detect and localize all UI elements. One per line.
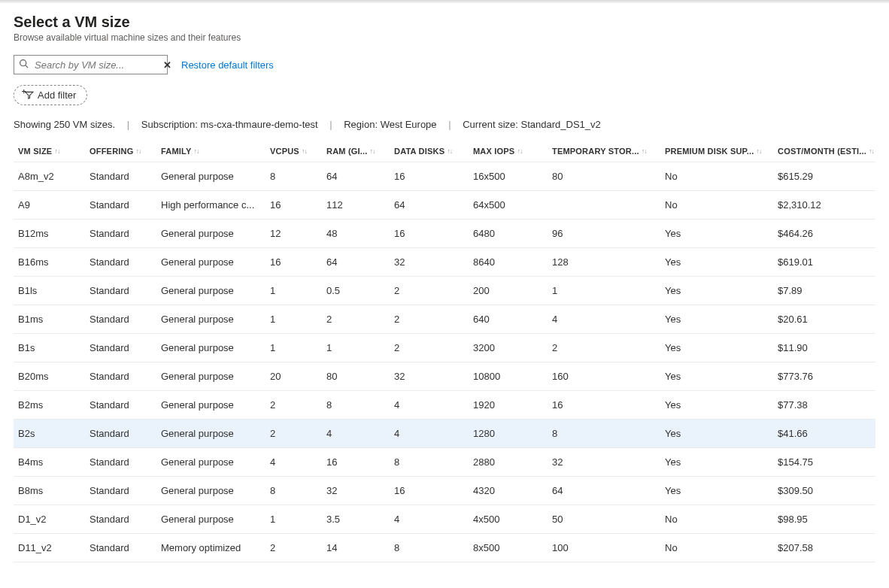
cell-vm_size: A9	[18, 199, 90, 211]
table-row[interactable]: B16msStandardGeneral purpose166432864012…	[14, 248, 875, 277]
table-row[interactable]: D1_v2StandardGeneral purpose13.544x50050…	[14, 505, 875, 534]
column-header-label: TEMPORARY STOR...	[552, 147, 639, 156]
cell-family: General purpose	[161, 428, 270, 439]
cell-family: General purpose	[161, 228, 270, 239]
column-header-label: RAM (GI...	[326, 147, 368, 156]
cell-data_disks: 64	[394, 199, 473, 211]
cell-cost: $2,310.12	[778, 199, 879, 211]
cell-max_iops: 16x500	[473, 171, 552, 182]
vm-size-table: VM SIZE↑↓OFFERING↑↓FAMILY↑↓VCPUS↑↓RAM (G…	[14, 141, 875, 562]
cell-family: General purpose	[161, 399, 270, 411]
cell-family: General purpose	[161, 514, 270, 525]
column-header[interactable]: OFFERING↑↓	[90, 147, 161, 156]
column-header[interactable]: RAM (GI...↑↓	[326, 147, 394, 156]
cell-temp_storage: 160	[552, 371, 665, 382]
table-row[interactable]: B1msStandardGeneral purpose1226404Yes$20…	[14, 305, 875, 334]
column-header[interactable]: COST/MONTH (ESTI...↑↓	[778, 147, 879, 156]
cell-temp_storage: 64	[552, 485, 665, 496]
cell-data_disks: 8	[394, 456, 473, 468]
cell-vcpus: 8	[270, 171, 326, 182]
cell-offering: Standard	[90, 456, 161, 468]
cell-family: General purpose	[161, 171, 270, 182]
svg-point-0	[20, 60, 26, 66]
cell-max_iops: 1920	[473, 399, 552, 411]
table-row[interactable]: B2msStandardGeneral purpose284192016Yes$…	[14, 391, 875, 420]
table-row[interactable]: B1lsStandardGeneral purpose10.522001Yes$…	[14, 277, 875, 305]
cell-premium: Yes	[665, 371, 778, 382]
cell-family: General purpose	[161, 285, 270, 296]
current-size-label: Current size:	[463, 119, 518, 130]
cell-premium: Yes	[665, 342, 778, 353]
cell-temp_storage: 128	[552, 256, 665, 268]
page-subtitle: Browse available virtual machine sizes a…	[14, 32, 875, 43]
table-row[interactable]: A8m_v2StandardGeneral purpose8641616x500…	[14, 162, 875, 191]
table-row[interactable]: D11_v2StandardMemory optimized21488x5001…	[14, 534, 875, 562]
cell-temp_storage: 32	[552, 456, 665, 468]
table-row[interactable]: A9StandardHigh performance c...161126464…	[14, 191, 875, 220]
cell-ram: 16	[326, 456, 394, 468]
cell-vcpus: 16	[270, 199, 326, 211]
add-filter-button[interactable]: Add filter	[14, 85, 87, 105]
cell-vm_size: B1s	[18, 342, 90, 353]
column-header-label: MAX IOPS	[473, 147, 514, 156]
column-header[interactable]: VM SIZE↑↓	[18, 147, 90, 156]
table-row[interactable]: B1sStandardGeneral purpose11232002Yes$11…	[14, 334, 875, 362]
cell-data_disks: 16	[394, 228, 473, 239]
column-header[interactable]: VCPUS↑↓	[270, 147, 326, 156]
search-input[interactable]	[33, 59, 163, 71]
cell-ram: 8	[326, 399, 394, 411]
cell-family: General purpose	[161, 342, 270, 353]
column-header[interactable]: PREMIUM DISK SUP...↑↓	[665, 147, 778, 156]
cell-premium: Yes	[665, 428, 778, 439]
cell-vm_size: B4ms	[18, 456, 90, 468]
cell-cost: $77.38	[778, 399, 879, 411]
cell-vcpus: 12	[270, 228, 326, 239]
column-header[interactable]: FAMILY↑↓	[161, 147, 270, 156]
table-row[interactable]: B2sStandardGeneral purpose24412808Yes$41…	[14, 420, 875, 448]
cell-data_disks: 2	[394, 342, 473, 353]
cell-cost: $773.76	[778, 371, 879, 382]
cell-vcpus: 1	[270, 285, 326, 296]
cell-vm_size: B1ms	[18, 314, 90, 325]
svg-marker-4	[26, 92, 34, 99]
cell-max_iops: 640	[473, 314, 552, 325]
restore-default-filters-link[interactable]: Restore default filters	[181, 59, 274, 71]
cell-temp_storage: 80	[552, 171, 665, 182]
cell-premium: No	[665, 171, 778, 182]
cell-vcpus: 2	[270, 399, 326, 411]
cell-cost: $41.66	[778, 428, 879, 439]
cell-offering: Standard	[90, 514, 161, 525]
cell-temp_storage: 1	[552, 285, 665, 296]
cell-cost: $207.58	[778, 542, 879, 553]
table-row[interactable]: B4msStandardGeneral purpose4168288032Yes…	[14, 448, 875, 477]
cell-premium: Yes	[665, 314, 778, 325]
cell-data_disks: 8	[394, 542, 473, 553]
column-header[interactable]: MAX IOPS↑↓	[473, 147, 552, 156]
cell-premium: No	[665, 514, 778, 525]
cell-vcpus: 2	[270, 428, 326, 439]
column-header[interactable]: TEMPORARY STOR...↑↓	[552, 147, 665, 156]
clear-search-icon[interactable]: ✕	[163, 59, 171, 71]
cell-offering: Standard	[90, 428, 161, 439]
cell-offering: Standard	[90, 485, 161, 496]
table-header-row: VM SIZE↑↓OFFERING↑↓FAMILY↑↓VCPUS↑↓RAM (G…	[14, 141, 875, 162]
cell-vm_size: B2s	[18, 428, 90, 439]
cell-premium: Yes	[665, 256, 778, 268]
column-header[interactable]: DATA DISKS↑↓	[394, 147, 473, 156]
cell-cost: $154.75	[778, 456, 879, 468]
cell-data_disks: 4	[394, 399, 473, 411]
column-header-label: FAMILY	[161, 147, 192, 156]
cell-data_disks: 2	[394, 314, 473, 325]
cell-ram: 3.5	[326, 514, 394, 525]
cell-cost: $11.90	[778, 342, 879, 353]
cell-data_disks: 32	[394, 256, 473, 268]
cell-data_disks: 32	[394, 371, 473, 382]
cell-cost: $619.01	[778, 256, 879, 268]
cell-vm_size: B16ms	[18, 256, 90, 268]
table-row[interactable]: B8msStandardGeneral purpose83216432064Ye…	[14, 477, 875, 505]
search-input-container[interactable]: ✕	[14, 55, 168, 74]
column-header-label: COST/MONTH (ESTI...	[778, 147, 866, 156]
cell-offering: Standard	[90, 199, 161, 211]
table-row[interactable]: B20msStandardGeneral purpose208032108001…	[14, 362, 875, 391]
table-row[interactable]: B12msStandardGeneral purpose124816648096…	[14, 220, 875, 248]
